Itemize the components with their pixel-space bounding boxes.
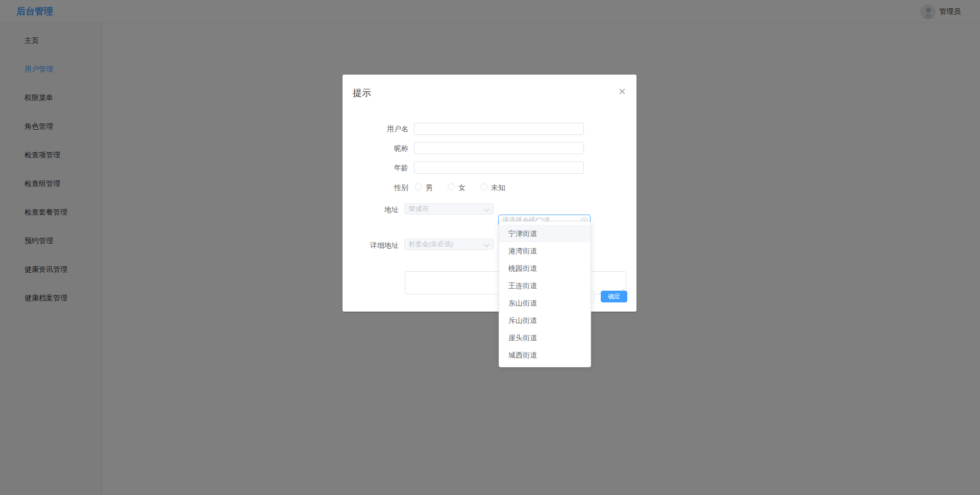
dropdown-option[interactable]: 崖头街道	[499, 329, 591, 346]
username-field[interactable]	[414, 123, 584, 135]
nickname-field[interactable]	[414, 142, 584, 154]
dropdown-option[interactable]: 桃园街道	[499, 260, 591, 277]
dropdown-option[interactable]: 港湾街道	[499, 242, 591, 260]
dialog-title: 提示	[353, 87, 371, 99]
username-label: 用户名	[368, 125, 408, 134]
dialog: 提示 用户名 昵称 年龄 性别 男 女 未知 地址 荣成市 请选择乡镇/街道	[342, 75, 636, 312]
dropdown-option[interactable]: 宁津街道	[499, 225, 591, 242]
age-field[interactable]	[414, 161, 584, 174]
radio-female[interactable]	[448, 183, 455, 191]
dropdown-option[interactable]: 城西街道	[499, 346, 591, 364]
detail-address-label: 详细地址	[368, 241, 399, 250]
dropdown-option[interactable]: 斥山街道	[499, 312, 591, 329]
dropdown-option[interactable]: 东山街道	[499, 294, 591, 312]
close-icon[interactable]	[618, 87, 627, 96]
city-select[interactable]: 荣成市	[404, 203, 494, 215]
nickname-label: 昵称	[368, 144, 408, 153]
radio-male[interactable]	[415, 183, 422, 191]
age-label: 年龄	[368, 163, 408, 173]
township-dropdown: 宁津街道港湾街道桃园街道王连街道东山街道斥山街道崖头街道城西街道	[499, 221, 591, 367]
app: 后台管理 管理员 主页用户管理权限菜单角色管理检查项管理检查组管理检查套餐管理预…	[0, 0, 980, 495]
chevron-down-icon	[484, 242, 489, 247]
address-label: 地址	[368, 205, 399, 215]
gender-label: 性别	[368, 183, 408, 193]
dropdown-option[interactable]: 王连街道	[499, 277, 591, 294]
chevron-down-icon	[484, 207, 489, 212]
radio-unknown[interactable]	[480, 183, 487, 191]
confirm-button[interactable]: 确定	[601, 291, 627, 302]
village-select[interactable]: 村委会(非必选)	[404, 239, 494, 250]
